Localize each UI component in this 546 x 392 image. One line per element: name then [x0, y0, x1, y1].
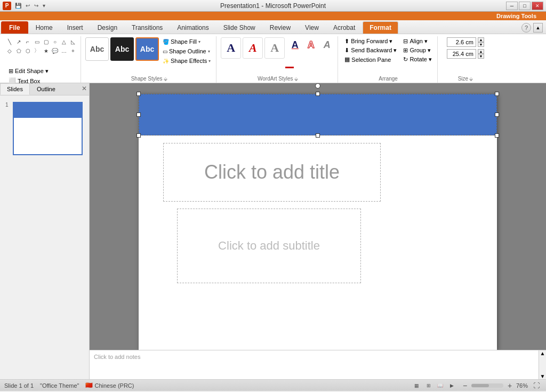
shape-diamond[interactable]: ◇	[5, 46, 14, 55]
rotate-handle[interactable]	[315, 83, 320, 89]
group-button[interactable]: ⊞ Group ▾	[401, 46, 433, 54]
shape-fill-button[interactable]: 🪣 Shape Fill ▾	[160, 37, 213, 46]
rotate-button[interactable]: ↻ Rotate ▾	[401, 55, 433, 63]
shape-rectangle[interactable]: ▭	[33, 37, 41, 46]
tab-review[interactable]: Review	[263, 21, 298, 34]
shape-style-white-button[interactable]: Abc	[85, 37, 109, 61]
height-input-row: ▲ ▼	[447, 37, 484, 47]
shape-star[interactable]: ★	[42, 46, 50, 55]
text-fill-button[interactable]: A	[287, 37, 302, 52]
shape-arrow[interactable]: ↗	[14, 37, 23, 46]
title-bar-left: P 💾 ↩ ↪ ▾	[3, 2, 47, 10]
shape-isosceles[interactable]: △	[60, 37, 68, 46]
notes-scrollbar[interactable]: ▲ ▼	[539, 350, 546, 379]
handle-bottom-mid[interactable]	[316, 133, 320, 138]
handle-top-mid[interactable]	[316, 92, 320, 96]
restore-button[interactable]: □	[519, 2, 531, 10]
width-decrement-button[interactable]: ▼	[478, 54, 484, 59]
text-outline-button[interactable]: A	[303, 37, 318, 52]
shape-hexagon[interactable]: ⬡	[23, 46, 32, 55]
normal-view-button[interactable]: ▦	[412, 381, 422, 390]
qat-customize-button[interactable]: ▾	[41, 2, 47, 9]
width-increment-button[interactable]: ▲	[478, 49, 484, 54]
tab-insert[interactable]: Insert	[60, 21, 90, 34]
shape-styles-expand-icon[interactable]: ⬙	[164, 76, 167, 82]
height-spinner: ▲ ▼	[478, 37, 484, 47]
handle-top-right[interactable]	[495, 92, 499, 96]
shape-ellipse[interactable]: ○	[51, 37, 59, 46]
shape-more[interactable]: …	[60, 46, 68, 55]
close-button[interactable]: ✕	[532, 2, 543, 10]
ribbon-content: ╲ ↗ ⌐ ▭ ▢ ○ △ ◺ ◇ ⬠ ⬡ 〉 ★ 💬 … + ⊞ Ed	[0, 34, 546, 83]
subtitle-placeholder[interactable]: Click to add subtitle	[177, 209, 361, 283]
notes-scroll-down[interactable]: ▼	[540, 373, 545, 379]
shape-chevron[interactable]: 〉	[33, 46, 41, 55]
tab-home[interactable]: Home	[29, 21, 60, 34]
reading-view-button[interactable]: 📖	[435, 381, 446, 390]
notes-scroll-up[interactable]: ▲	[540, 350, 545, 356]
title-placeholder[interactable]: Click to add title	[163, 143, 381, 202]
save-button[interactable]: 💾	[13, 2, 23, 9]
tab-view[interactable]: View	[298, 21, 326, 34]
wordart-red-button[interactable]: A	[243, 37, 263, 59]
tab-file[interactable]: File	[1, 21, 28, 34]
edit-shape-button[interactable]: ⊞ Edit Shape ▾	[5, 67, 52, 76]
shape-styles-label: Shape Styles ⬙	[85, 76, 213, 83]
slide-thumbnail-1[interactable]	[13, 102, 83, 155]
bring-forward-button[interactable]: ⬆ Bring Forward ▾	[342, 37, 399, 45]
height-increment-button[interactable]: ▲	[478, 37, 484, 42]
height-decrement-button[interactable]: ▼	[478, 42, 484, 47]
selection-pane-button[interactable]: ▦ Selection Pane	[342, 55, 399, 63]
tab-transitions[interactable]: Transitions	[125, 21, 170, 34]
send-backward-button[interactable]: ⬇ Send Backward ▾	[342, 46, 399, 54]
fullscreen-button[interactable]: ⛶	[531, 381, 542, 390]
handle-bottom-left[interactable]	[136, 133, 141, 138]
redo-button[interactable]: ↪	[33, 2, 40, 9]
align-button[interactable]: ⊟ Align ▾	[401, 37, 433, 45]
shape-style-dark-button[interactable]: Abc	[110, 37, 134, 61]
panel-close-button[interactable]: ✕	[82, 85, 87, 92]
tab-slides[interactable]: Slides	[0, 83, 30, 95]
minimize-ribbon-button[interactable]: ▲	[533, 23, 543, 33]
shape-effects-button[interactable]: ✨ Shape Effects ▾	[160, 57, 213, 65]
size-content: ▲ ▼ ▲ ▼	[447, 37, 484, 76]
shape-style-blue-button[interactable]: Abc	[135, 37, 159, 61]
tab-outline[interactable]: Outline	[30, 83, 62, 95]
slideshow-button[interactable]: ▶	[447, 381, 457, 390]
shape-rounded-rect[interactable]: ▢	[42, 37, 50, 46]
tab-animations[interactable]: Animations	[170, 21, 215, 34]
tab-slideshow[interactable]: Slide Show	[216, 21, 262, 34]
shape-extra[interactable]: +	[69, 46, 77, 55]
tab-acrobat[interactable]: Acrobat	[326, 21, 362, 34]
slide-sorter-button[interactable]: ⊞	[423, 381, 434, 390]
tab-design[interactable]: Design	[91, 21, 124, 34]
shape-line[interactable]: ╲	[5, 37, 14, 46]
slide-area[interactable]: Click to add title Click to add subtitle	[90, 83, 546, 350]
size-expand-icon[interactable]: ⬙	[469, 76, 473, 82]
text-effects-button[interactable]: A	[319, 37, 334, 52]
slide[interactable]: Click to add title Click to add subtitle	[139, 94, 497, 350]
handle-mid-right[interactable]	[495, 113, 499, 117]
shape-pentagon[interactable]: ⬠	[14, 46, 23, 55]
undo-button[interactable]: ↩	[24, 2, 31, 9]
shape-connector[interactable]: ⌐	[23, 37, 32, 46]
help-button[interactable]: ?	[521, 23, 531, 33]
zoom-in-button[interactable]: +	[505, 381, 514, 390]
notes-area[interactable]: Click to add notes	[90, 350, 539, 379]
slide-blue-bar[interactable]	[139, 94, 497, 135]
wordart-plain-button[interactable]: A	[221, 37, 241, 59]
shape-callout[interactable]: 💬	[51, 46, 59, 55]
handle-bottom-right[interactable]	[495, 133, 499, 138]
handle-top-left[interactable]	[136, 92, 141, 96]
handle-mid-left[interactable]	[136, 113, 141, 117]
wordart-gray-button[interactable]: A	[264, 37, 285, 59]
tab-format[interactable]: Format	[363, 21, 398, 34]
zoom-out-button[interactable]: −	[461, 381, 469, 390]
minimize-button[interactable]: ─	[506, 2, 518, 10]
height-input[interactable]	[447, 37, 476, 47]
wordart-styles-expand-icon[interactable]: ⬙	[294, 76, 298, 82]
shape-right-triangle[interactable]: ◺	[69, 37, 77, 46]
width-input[interactable]	[447, 49, 476, 59]
zoom-slider[interactable]	[471, 383, 503, 388]
shape-outline-button[interactable]: ▭ Shape Outline ▾	[160, 47, 213, 55]
